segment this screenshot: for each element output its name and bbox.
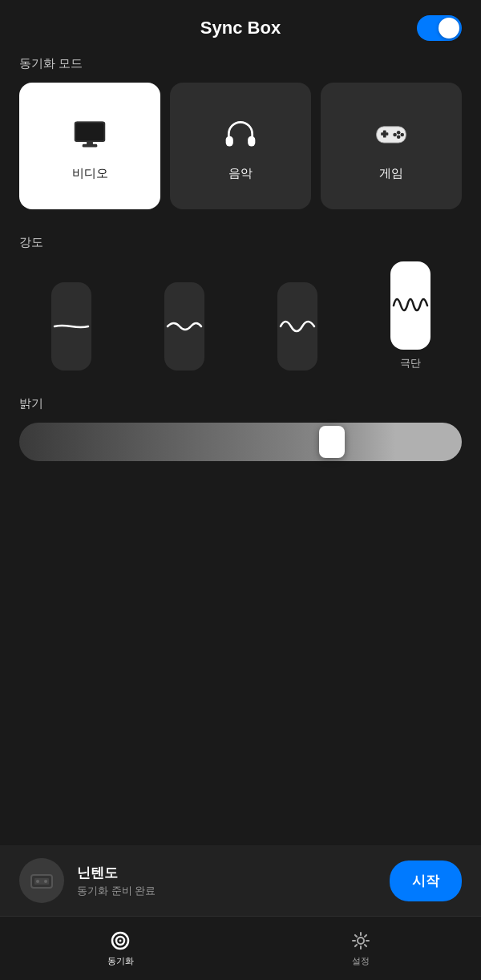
svg-point-23 [36, 880, 39, 883]
intensity-section: 강도 [19, 235, 462, 371]
app-title: Sync Box [200, 18, 281, 38]
intensity-level-3-wrapper [245, 282, 349, 371]
header: Sync Box [0, 0, 481, 56]
start-button[interactable]: 시작 [390, 861, 462, 901]
svg-rect-7 [76, 123, 104, 140]
brightness-thumb[interactable] [319, 426, 345, 458]
device-bar: 닌텐도 동기화 준비 완료 시작 [0, 845, 481, 916]
device-icon-wrap [19, 858, 64, 903]
intensity-grid: 극단 [19, 261, 462, 371]
svg-point-28 [358, 937, 364, 944]
brightness-label: 밝기 [19, 396, 462, 411]
svg-point-17 [400, 132, 404, 136]
device-status: 동기화 준비 완료 [77, 884, 377, 898]
intensity-level-3[interactable] [277, 282, 317, 371]
intensity-level-2-wrapper [132, 282, 236, 371]
mode-game-label: 게임 [379, 166, 403, 181]
svg-rect-15 [383, 130, 386, 137]
sync-mode-label: 동기화 모드 [19, 56, 462, 71]
intensity-level-4[interactable] [390, 261, 430, 350]
gamepad-icon [374, 116, 409, 155]
toggle-knob [439, 18, 459, 38]
svg-point-24 [44, 880, 47, 883]
svg-point-27 [119, 940, 122, 942]
svg-rect-9 [83, 144, 97, 147]
brightness-section: 밝기 [19, 396, 462, 461]
device-name: 닌텐도 [77, 864, 377, 882]
intensity-label: 강도 [19, 235, 462, 250]
mode-grid: 비디오 음악 [19, 83, 462, 209]
main-content: 동기화 모드 [0, 56, 481, 461]
headphone-icon [223, 116, 258, 155]
device-info: 닌텐도 동기화 준비 완료 [77, 864, 377, 898]
intensity-level-1-wrapper [19, 282, 123, 371]
nav-item-settings[interactable]: 설정 [240, 929, 481, 967]
brightness-slider[interactable] [19, 423, 462, 461]
device-icon [29, 868, 55, 893]
intensity-level-4-wrapper: 극단 [358, 261, 462, 371]
mode-music[interactable]: 음악 [170, 83, 311, 209]
mode-game[interactable]: 게임 [321, 83, 462, 209]
mode-video-label: 비디오 [72, 166, 108, 181]
sync-nav-icon [109, 929, 131, 952]
nav-settings-label: 설정 [352, 955, 370, 967]
nav-item-sync[interactable]: 동기화 [0, 929, 240, 967]
power-toggle[interactable] [417, 15, 462, 41]
sync-mode-section: 동기화 모드 [19, 56, 462, 209]
svg-rect-10 [226, 136, 233, 146]
bottom-nav: 동기화 설정 [0, 916, 481, 980]
mode-video[interactable]: 비디오 [19, 83, 160, 209]
monitor-icon [72, 116, 107, 155]
intensity-level-2[interactable] [164, 282, 204, 371]
intensity-extreme-label: 극단 [400, 356, 421, 371]
svg-point-18 [397, 135, 401, 139]
mode-music-label: 음악 [228, 166, 253, 181]
svg-point-16 [397, 131, 401, 135]
svg-point-19 [393, 132, 397, 136]
svg-rect-11 [248, 136, 255, 146]
nav-sync-label: 동기화 [107, 955, 134, 967]
intensity-level-1[interactable] [51, 282, 91, 371]
settings-nav-icon [350, 929, 372, 952]
